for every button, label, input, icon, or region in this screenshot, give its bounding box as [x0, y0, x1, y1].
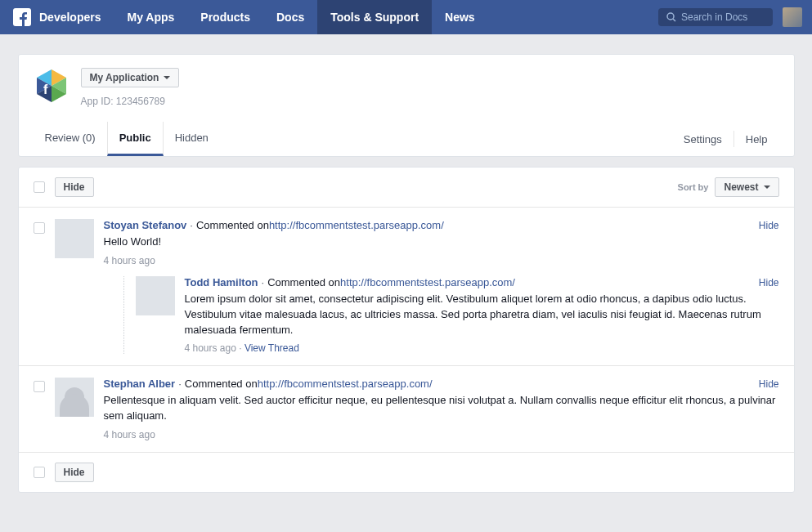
reply-avatar[interactable]	[136, 276, 175, 315]
reply-author[interactable]: Todd Hamilton	[185, 276, 258, 288]
hide-button[interactable]: Hide	[55, 177, 94, 197]
comment-target-link[interactable]: http://fbcommentstest.parseapp.com/	[258, 378, 433, 390]
search-input[interactable]	[681, 11, 765, 23]
tab-review-[interactable]: Review (0)	[34, 122, 107, 156]
nav-item-news[interactable]: News	[432, 0, 488, 34]
caret-down-icon	[764, 186, 770, 189]
comment-checkbox[interactable]	[34, 381, 45, 392]
search-box[interactable]	[658, 8, 773, 26]
comment-action-text: Commented on	[185, 378, 258, 390]
separator: ·	[190, 219, 193, 231]
comment-hide-link[interactable]: Hide	[759, 378, 779, 390]
separator: ·	[262, 276, 265, 288]
brand[interactable]: Developers	[0, 0, 114, 34]
app-name: My Application	[90, 72, 159, 83]
reply-meta: 4 hours ago · View Thread	[185, 342, 779, 354]
app-logo: f	[34, 68, 70, 104]
reply-hide-link[interactable]: Hide	[759, 277, 779, 288]
reply-row: Todd Hamilton · Commented on http://fbco…	[123, 276, 779, 355]
comment-author[interactable]: Stephan Alber	[104, 378, 176, 390]
tab-settings[interactable]: Settings	[672, 123, 733, 155]
select-all-checkbox-bottom[interactable]	[34, 467, 45, 478]
tabs-row: Review (0)PublicHidden Settings Help	[34, 122, 779, 156]
bottom-toolbar: Hide	[19, 452, 794, 492]
facebook-icon	[13, 8, 31, 26]
user-avatar[interactable]	[783, 7, 802, 27]
comment-avatar[interactable]	[55, 378, 94, 417]
brand-label: Developers	[39, 11, 101, 24]
nav-item-docs[interactable]: Docs	[263, 0, 317, 34]
hide-button-bottom[interactable]: Hide	[55, 463, 94, 482]
comments-card: Hide Sort by Newest Stoyan Stefanov · Co…	[18, 167, 795, 493]
search-wrap	[658, 0, 802, 34]
svg-point-1	[667, 13, 674, 20]
comment-text: Hello World!	[104, 235, 779, 250]
comment-hide-link[interactable]: Hide	[759, 220, 779, 231]
comment-author[interactable]: Stoyan Stefanov	[104, 219, 187, 231]
separator: ·	[178, 378, 182, 390]
top-nav: Developers My AppsProductsDocsTools & Su…	[0, 0, 812, 34]
caret-down-icon	[164, 76, 170, 79]
comment-checkbox[interactable]	[34, 222, 45, 234]
sort-dropdown[interactable]: Newest	[715, 177, 778, 197]
app-header-card: f My Application App ID: 123456789 Revie…	[18, 54, 795, 157]
comment-timestamp: 4 hours ago	[104, 255, 779, 266]
reply-text: Lorem ipsum dolor sit amet, consectetur …	[185, 292, 779, 338]
app-id-label: App ID: 123456789	[81, 96, 180, 107]
reply-timestamp: 4 hours ago	[185, 342, 236, 354]
reply-target-link[interactable]: http://fbcommentstest.parseapp.com/	[340, 276, 515, 288]
select-all-checkbox[interactable]	[34, 181, 45, 193]
comment-timestamp: 4 hours ago	[104, 429, 779, 440]
nav-item-my-apps[interactable]: My Apps	[114, 0, 187, 34]
comment-avatar[interactable]	[55, 219, 94, 258]
top-toolbar: Hide Sort by Newest	[19, 168, 794, 208]
sort-label: Sort by	[678, 182, 709, 192]
search-icon	[666, 12, 676, 22]
svg-line-2	[673, 19, 675, 21]
nav-item-products[interactable]: Products	[187, 0, 263, 34]
svg-text:f: f	[43, 83, 48, 96]
comment-row: Stoyan Stefanov · Commented on http://fb…	[19, 208, 794, 366]
comment-row: Stephan Alber · Commented on http://fbco…	[19, 366, 794, 452]
separator: ·	[236, 342, 244, 354]
view-thread-link[interactable]: View Thread	[244, 342, 299, 354]
sort-value: Newest	[724, 181, 758, 193]
tab-public[interactable]: Public	[107, 122, 164, 156]
comment-text: Pellentesque in aliquam velit. Sed aucto…	[104, 393, 779, 424]
reply-action-text: Commented on	[267, 276, 340, 288]
reply-body: Todd Hamilton · Commented on http://fbco…	[185, 276, 779, 355]
app-selector-dropdown[interactable]: My Application	[81, 68, 180, 87]
comment-body: Stoyan Stefanov · Commented on http://fb…	[104, 219, 779, 354]
comment-target-link[interactable]: http://fbcommentstest.parseapp.com/	[269, 219, 444, 231]
comment-body: Stephan Alber · Commented on http://fbco…	[104, 378, 779, 440]
tab-hidden[interactable]: Hidden	[164, 122, 220, 156]
nav-item-tools-support[interactable]: Tools & Support	[317, 0, 432, 34]
comment-action-text: Commented on	[196, 219, 269, 231]
tab-help[interactable]: Help	[734, 123, 779, 155]
